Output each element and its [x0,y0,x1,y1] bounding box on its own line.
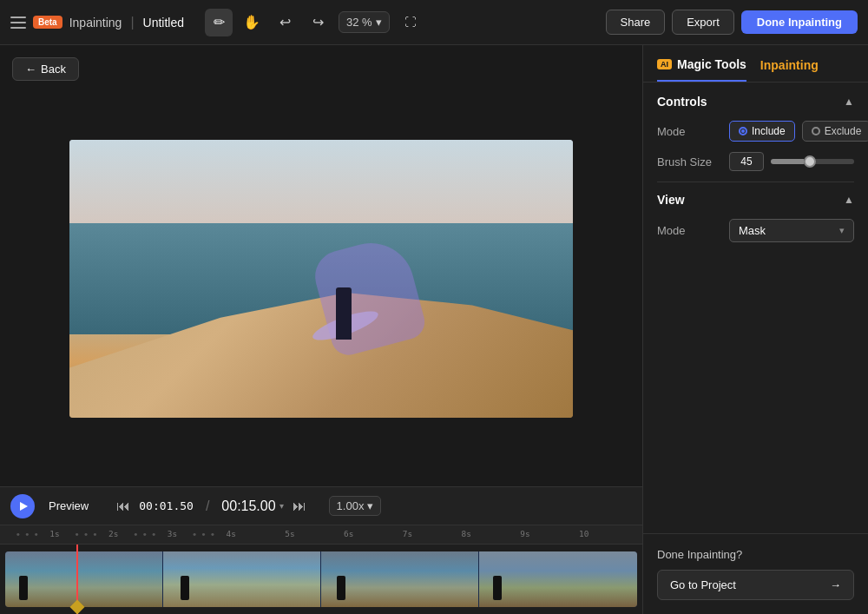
view-mode-label: Mode [657,224,722,237]
svg-text:6s: 6s [344,531,353,539]
section-divider [657,182,854,182]
topbar-left: Beta Inpainting | Untitled ✏ ✋ ↩ ↪ 32 % … [10,9,597,36]
mode-options: Include Exclude [729,121,868,142]
view-chevron-icon[interactable]: ▲ [844,194,854,206]
menu-icon[interactable] [10,17,26,29]
panel-tabs: AI Magic Tools Inpainting [643,45,868,83]
view-title: View [657,193,685,207]
thumb-3 [321,551,479,607]
zoom-value: 32 % [346,16,372,29]
svg-text:4s: 4s [227,531,236,539]
done-question: Done Inpainting? [657,548,854,561]
go-to-project-arrow-icon: → [830,578,841,591]
back-button[interactable]: ← Back [12,57,79,81]
timeline-track [0,545,642,614]
brush-slider-thumb[interactable] [804,155,816,168]
current-timecode: 00:01.50 [139,499,194,512]
svg-text:5s: 5s [285,531,294,539]
total-timecode: 00:15.00 [221,498,275,514]
left-panel: ← Back [0,45,642,614]
svg-point-18 [153,533,155,536]
svg-point-20 [202,533,205,536]
magic-tools-label: Magic Tools [677,57,746,71]
controls-chevron-icon[interactable]: ▲ [844,96,854,108]
brush-size-value[interactable]: 45 [729,152,764,171]
svg-text:10: 10 [579,531,589,539]
panel-content: Controls ▲ Mode Include Exclude [643,83,868,533]
export-button[interactable]: Export [672,10,734,35]
video-background [69,140,573,418]
inpainting-label: Inpainting [760,58,819,72]
svg-point-21 [211,533,214,536]
video-frame[interactable] [69,140,573,418]
hand-tool-button[interactable]: ✋ [238,9,266,36]
brush-size-row: Brush Size 45 [657,152,854,171]
beta-badge: Beta [33,16,62,29]
svg-point-12 [35,533,37,536]
canvas-area[interactable] [0,45,642,486]
exclude-option[interactable]: Exclude [802,121,868,142]
topbar-right: Share Export Done Inpainting [606,10,858,35]
share-button[interactable]: Share [606,10,666,35]
exclude-radio-dot [812,127,820,135]
controls-title: Controls [657,95,707,109]
done-inpainting-button[interactable]: Done Inpainting [741,10,858,34]
fullscreen-button[interactable]: ⛶ [397,9,424,36]
speed-control[interactable]: 1.00x ▾ [329,496,382,516]
play-button[interactable] [10,494,35,518]
view-section-header: View ▲ [657,193,854,207]
svg-point-14 [84,533,87,536]
zoom-control[interactable]: 32 % ▾ [339,11,390,33]
toolbar-icons: ✏ ✋ ↩ ↪ [205,9,332,36]
svg-text:8s: 8s [462,531,471,539]
mode-label: Mode [657,125,722,138]
include-option[interactable]: Include [729,121,795,142]
zoom-dropdown-icon: ▾ [376,16,382,29]
view-mode-value: Mask [739,224,766,237]
timecode-separator: / [206,498,209,514]
thumb-1 [5,551,163,607]
redo-button[interactable]: ↪ [304,9,332,36]
main-area: ← Back [0,45,868,614]
ai-badge: AI [657,59,672,69]
back-label: Back [41,63,66,76]
timeline-ruler: 1s 2s 3s 4s 5s 6s 7s 8s 9s 10 [0,525,642,545]
right-panel: AI Magic Tools Inpainting Controls ▲ Mod… [642,45,868,614]
go-to-project-label: Go to Project [670,578,736,591]
svg-text:9s: 9s [520,531,529,539]
include-radio-dot [739,127,747,135]
svg-text:3s: 3s [168,531,177,539]
undo-button[interactable]: ↩ [271,9,299,36]
time-controls: ⏮ 00:01.50 / 00:15.00 ▾ ⏭ [116,498,306,514]
back-arrow-icon: ← [25,63,36,76]
svg-point-16 [135,533,137,536]
tab-inpainting[interactable]: Inpainting [760,58,819,81]
brush-tool-button[interactable]: ✏ [205,9,233,36]
view-mode-dropdown-icon: ▾ [839,225,845,236]
svg-point-10 [16,533,19,536]
go-to-project-button[interactable]: Go to Project → [657,570,854,600]
app-title: Inpainting [69,16,122,30]
preview-label: Preview [49,499,89,512]
skip-forward-button[interactable]: ⏭ [293,498,306,514]
include-label: Include [752,125,786,137]
skip-back-button[interactable]: ⏮ [116,498,130,514]
ruler-svg: 1s 2s 3s 4s 5s 6s 7s 8s 9s 10 [0,525,642,544]
view-mode-row: Mode Mask ▾ [657,219,854,242]
total-time-display[interactable]: 00:15.00 ▾ [221,498,283,514]
thumb-4 [479,551,637,607]
svg-point-17 [143,533,146,536]
tab-magic-tools[interactable]: AI Magic Tools [657,57,746,82]
project-name[interactable]: Untitled [143,16,184,30]
speed-dropdown-icon: ▾ [367,499,373,512]
brush-size-slider[interactable] [771,159,854,164]
person-silhouette [336,287,352,340]
topbar: Beta Inpainting | Untitled ✏ ✋ ↩ ↪ 32 % … [0,0,868,45]
svg-text:7s: 7s [403,531,412,539]
svg-text:1s: 1s [49,531,59,539]
mode-control-row: Mode Include Exclude [657,121,854,142]
view-mode-select[interactable]: Mask ▾ [729,219,854,242]
film-strip [5,551,637,607]
svg-text:2s: 2s [108,531,118,539]
timeline-track-area[interactable] [0,545,642,614]
